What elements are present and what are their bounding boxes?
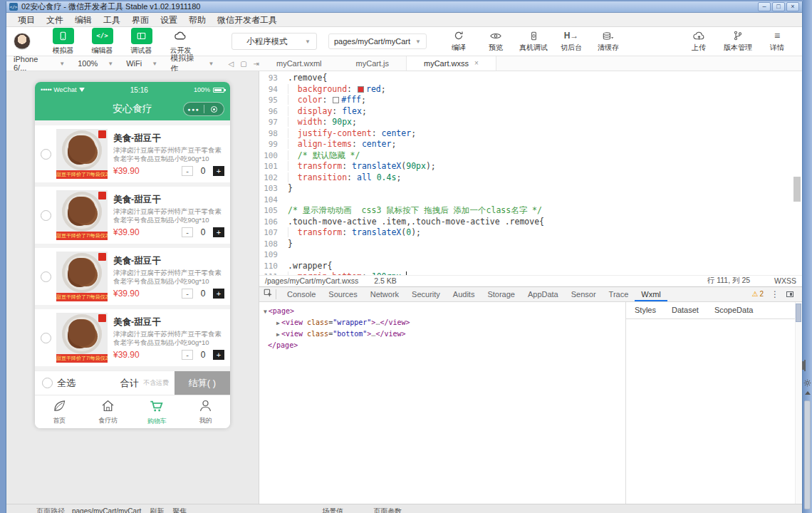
side-tab-ScopeData[interactable]: ScopeData bbox=[714, 306, 753, 314]
debugger-tab-Security[interactable]: Security bbox=[405, 287, 447, 301]
debugger-tab-Storage[interactable]: Storage bbox=[481, 287, 521, 301]
code-line: 100 /* 默认隐藏 */ bbox=[259, 150, 802, 162]
phone-tab-购物车[interactable]: 购物车 bbox=[132, 395, 182, 428]
rotate-icon[interactable]: ◁ bbox=[228, 60, 234, 68]
menu-item[interactable]: 设置 bbox=[155, 13, 183, 27]
scroll-up-icon[interactable] bbox=[805, 391, 811, 395]
menu-item[interactable]: 帮助 bbox=[183, 13, 212, 27]
side-tab-Dataset[interactable]: Dataset bbox=[672, 306, 699, 314]
上传-button[interactable]: 上传 bbox=[685, 31, 712, 53]
side-scroll-thumb[interactable] bbox=[796, 304, 801, 322]
focus-link[interactable]: 聚焦 bbox=[172, 504, 187, 513]
close-target-icon[interactable] bbox=[204, 106, 224, 113]
code-line: 108} bbox=[259, 239, 802, 250]
调试器-button[interactable]: 调试器 bbox=[125, 28, 158, 56]
editor-tab-myCart.js[interactable]: myCart.js bbox=[339, 56, 406, 71]
more-dots-icon[interactable]: ●●● bbox=[184, 107, 204, 112]
responsive-icon[interactable]: ⇥ bbox=[254, 60, 259, 68]
真机调试-button[interactable]: 真机调试 bbox=[519, 31, 548, 53]
close-button[interactable]: × bbox=[786, 2, 799, 11]
screenshot-icon[interactable]: ▢ bbox=[240, 60, 246, 68]
select-all-checkbox[interactable] bbox=[42, 378, 53, 388]
page-select[interactable]: pages/myCart/myCart ▼ bbox=[328, 33, 427, 49]
scrollbar-thumb[interactable] bbox=[793, 177, 801, 201]
device-select[interactable]: iPhone 6/...▼ bbox=[14, 55, 65, 72]
avatar[interactable] bbox=[14, 33, 31, 50]
menu-item[interactable]: 界面 bbox=[126, 13, 155, 27]
checkout-button[interactable]: 结算( ) bbox=[175, 371, 230, 395]
phone-tab-首页[interactable]: 首页 bbox=[35, 395, 84, 428]
phone-tab-我的[interactable]: 我的 bbox=[182, 395, 231, 428]
maximize-button[interactable]: □ bbox=[772, 2, 785, 11]
cart-item[interactable]: 甜豆干降价了7!每袋仅2.7美食-甜豆干津津卤汁豆腐干苏州特产豆干零食素食老字号… bbox=[35, 187, 230, 244]
plus-button[interactable]: + bbox=[213, 166, 224, 176]
editor-scrollbar[interactable] bbox=[793, 71, 801, 275]
phone-simulator[interactable]: ••••• WeChat 15:16 100% 安心食疗 ●●● 甜豆干降价了7… bbox=[35, 82, 230, 428]
menu-item[interactable]: 编辑 bbox=[69, 13, 98, 27]
plus-button[interactable]: + bbox=[213, 289, 224, 299]
warning-badge[interactable]: ⚠2 bbox=[751, 290, 764, 298]
phone-tab-食疗坊[interactable]: 食疗坊 bbox=[84, 395, 133, 428]
minus-button[interactable]: - bbox=[182, 289, 193, 299]
device-select[interactable]: 100%▼ bbox=[78, 59, 113, 68]
dock-side-icon[interactable] bbox=[786, 291, 793, 297]
debugger-tab-Audits[interactable]: Audits bbox=[447, 287, 482, 301]
menu-bar: 项目文件编辑工具界面设置帮助微信开发者工具 bbox=[6, 13, 802, 27]
kebab-menu-icon[interactable]: ⋮ bbox=[771, 289, 779, 299]
debugger-tab-Console[interactable]: Console bbox=[281, 287, 322, 301]
item-checkbox[interactable] bbox=[41, 210, 51, 221]
debugger-tab-Wxml[interactable]: Wxml bbox=[635, 287, 667, 301]
device-select[interactable]: WiFi▼ bbox=[126, 59, 157, 68]
minus-button[interactable]: - bbox=[182, 166, 193, 176]
plus-button[interactable]: + bbox=[213, 350, 224, 360]
plus-button[interactable]: + bbox=[213, 227, 224, 237]
cart-item[interactable]: 甜豆干降价了7!每袋仅2.7美食-甜豆干津津卤汁豆腐干苏州特产豆干零食素食老字号… bbox=[35, 248, 230, 305]
editor-tab-myCart.wxss[interactable]: myCart.wxss× bbox=[406, 56, 496, 71]
预览-button[interactable]: 预览 bbox=[482, 31, 509, 53]
编辑器-button[interactable]: </>编辑器 bbox=[85, 28, 119, 56]
minus-button[interactable]: - bbox=[182, 350, 193, 360]
mode-select[interactable]: 小程序模式 ▼ bbox=[231, 33, 317, 50]
side-panel-scrollbar[interactable] bbox=[795, 302, 802, 504]
模拟器-button[interactable]: 模拟器 bbox=[46, 28, 80, 56]
code-line: 95 color: #fff; bbox=[259, 95, 802, 106]
inspect-icon[interactable] bbox=[264, 289, 273, 300]
close-icon[interactable]: × bbox=[474, 56, 479, 71]
menu-item[interactable]: 工具 bbox=[98, 13, 126, 27]
background-scroll-thumb[interactable] bbox=[804, 400, 811, 509]
file-size: 2.5 KB bbox=[374, 276, 397, 285]
item-checkbox[interactable] bbox=[41, 149, 51, 160]
minus-button[interactable]: - bbox=[182, 227, 193, 237]
code-editor[interactable]: 93.remove{94 background: red;95 color: #… bbox=[259, 71, 802, 275]
cart-item[interactable]: 甜豆干降价了7!每袋仅2.7美食-甜豆干津津卤汁豆腐干苏州特产豆干零食素食老字号… bbox=[35, 125, 230, 182]
item-checkbox[interactable] bbox=[41, 271, 51, 282]
refresh-link[interactable]: 刷新 bbox=[150, 504, 164, 513]
gear-icon[interactable] bbox=[803, 379, 811, 389]
debugger-tab-AppData[interactable]: AppData bbox=[521, 287, 565, 301]
item-checkbox[interactable] bbox=[41, 333, 51, 343]
debugger-tab-Sources[interactable]: Sources bbox=[322, 287, 363, 301]
scene-value-label[interactable]: 场景值 bbox=[322, 504, 343, 513]
page-params-label[interactable]: 页面参数 bbox=[373, 504, 402, 513]
清缓存-button[interactable]: 清缓存 bbox=[595, 31, 622, 53]
select-all[interactable]: 全选 bbox=[42, 377, 120, 390]
云开发-button[interactable]: 云开发 bbox=[164, 28, 197, 56]
编译-button[interactable]: 编译 bbox=[445, 31, 472, 53]
chevron-down-icon: ▼ bbox=[209, 61, 214, 67]
side-tab-Styles[interactable]: Styles bbox=[635, 306, 656, 314]
debugger-tab-Network[interactable]: Network bbox=[364, 287, 405, 301]
menu-item[interactable]: 项目 bbox=[12, 13, 41, 27]
cart-item[interactable]: 甜豆干降价了7!每袋仅2.7美食-甜豆干津津卤汁豆腐干苏州特产豆干零食素食老字号… bbox=[35, 309, 230, 366]
menu-item[interactable]: 文件 bbox=[41, 13, 69, 27]
title-bar[interactable]: </> 02安心食疗 - 微信开发者工具 Stable v1.02.191118… bbox=[6, 1, 802, 13]
详情-button[interactable]: ≡详情 bbox=[764, 31, 791, 53]
wechat-capsule[interactable]: ●●● bbox=[183, 102, 224, 116]
code-text: background: red; bbox=[288, 84, 386, 95]
debugger-tab-Sensor[interactable]: Sensor bbox=[565, 287, 603, 301]
版本管理-button[interactable]: 版本管理 bbox=[724, 31, 752, 53]
editor-tab-myCart.wxml[interactable]: myCart.wxml bbox=[259, 56, 339, 71]
切后台-button[interactable]: H→切后台 bbox=[558, 31, 585, 53]
menu-item[interactable]: 微信开发者工具 bbox=[212, 13, 283, 27]
minimize-button[interactable]: – bbox=[758, 2, 771, 11]
debugger-tab-Trace[interactable]: Trace bbox=[603, 287, 635, 301]
